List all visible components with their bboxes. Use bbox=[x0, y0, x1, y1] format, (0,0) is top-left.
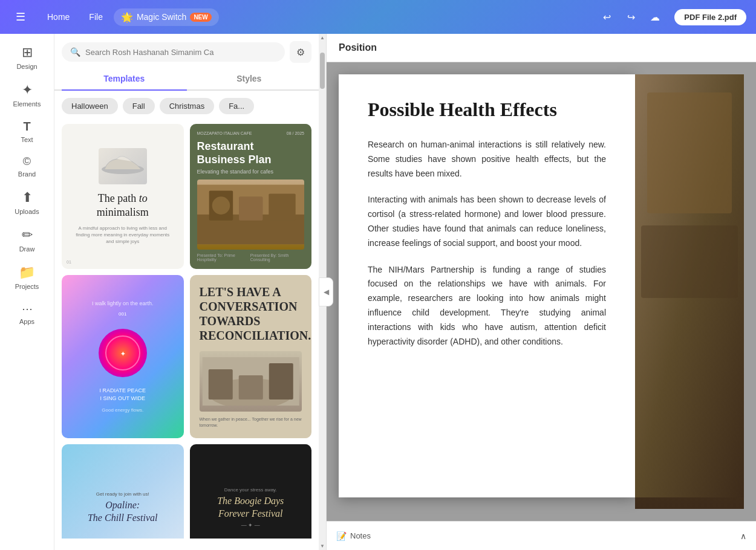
boogie-sub: — ✦ — bbox=[241, 522, 260, 528]
magic-switch-button[interactable]: 🌟 Magic Switch NEW bbox=[114, 8, 219, 26]
notes-button[interactable]: 📝 Notes bbox=[336, 531, 371, 541]
chip-fall[interactable]: Fall bbox=[123, 98, 155, 114]
file-nav[interactable]: File bbox=[80, 8, 111, 25]
svg-text:✦: ✦ bbox=[120, 351, 126, 357]
sidebar-item-uploads[interactable]: ⬆ Uploads bbox=[3, 184, 51, 221]
festival-pre: Get ready to join with us! bbox=[96, 491, 149, 497]
chip-more[interactable]: Fa... bbox=[219, 98, 254, 114]
template-card-minimalism[interactable]: The path tominimalism A mindful approach… bbox=[62, 124, 184, 269]
search-input[interactable] bbox=[85, 48, 276, 57]
collapse-panel-button[interactable]: ◀ bbox=[319, 277, 333, 306]
pdf-paragraph-2: Interacting with animals has been shown … bbox=[368, 193, 606, 250]
header-actions: ↩ ↪ ☁ PDF File 2.pdf bbox=[597, 7, 746, 27]
sidebar-label-brand: Brand bbox=[18, 170, 36, 178]
cloud-button[interactable]: ☁ bbox=[645, 7, 665, 27]
notes-label: Notes bbox=[350, 531, 371, 540]
svg-rect-13 bbox=[269, 363, 293, 400]
filter-button[interactable]: ⚙ bbox=[290, 41, 311, 63]
svg-rect-15 bbox=[647, 92, 732, 213]
text-icon: T bbox=[23, 120, 30, 134]
sidebar-label-projects: Projects bbox=[15, 283, 39, 290]
search-input-wrap[interactable]: 🔍 bbox=[62, 42, 285, 62]
template-card-gradient[interactable]: I walk lightly on the earth. 001 ✦ I RAD… bbox=[62, 275, 184, 438]
restaurant-photo bbox=[197, 180, 305, 250]
collapse-bottom-button[interactable]: ∧ bbox=[740, 531, 746, 541]
sidebar-label-uploads: Uploads bbox=[15, 208, 39, 215]
filter-icon: ⚙ bbox=[296, 47, 305, 58]
sidebar-item-draw[interactable]: ✏ Draw bbox=[3, 221, 51, 259]
scroll-up-button[interactable]: ▲ bbox=[320, 35, 325, 40]
undo-button[interactable]: ↩ bbox=[597, 7, 616, 27]
svg-rect-12 bbox=[238, 375, 262, 400]
sidebar-item-elements[interactable]: ✦ Elements bbox=[3, 76, 51, 114]
restaurant-footer-left: Presented To: Prime Hospitality bbox=[197, 253, 250, 262]
gradient-code: 001 bbox=[119, 311, 126, 317]
template-card-festival[interactable]: Get ready to join with us! Opaline:The C… bbox=[62, 444, 184, 539]
svg-rect-5 bbox=[269, 194, 295, 221]
bottom-bar: 📝 Notes ∧ bbox=[327, 521, 756, 550]
menu-icon: ☰ bbox=[16, 10, 25, 24]
pdf-heading: Possible Health Effects bbox=[368, 99, 606, 121]
svg-point-6 bbox=[212, 197, 230, 215]
tab-styles[interactable]: Styles bbox=[187, 68, 312, 89]
template-grid: The path tominimalism A mindful approach… bbox=[54, 119, 319, 539]
main-body: ⊞ Design ✦ Elements T Text © Brand ⬆ Upl… bbox=[0, 34, 756, 550]
design-icon: ⊞ bbox=[22, 45, 33, 60]
magic-switch-emoji: 🌟 bbox=[121, 11, 133, 23]
restaurant-subtitle: Elevating the standard for cafes bbox=[197, 169, 305, 175]
page-nav: ∧ bbox=[740, 531, 746, 541]
reconciliation-image bbox=[200, 351, 302, 412]
boogie-pre: Dance your stress away. bbox=[224, 487, 277, 493]
chip-christmas[interactable]: Christmas bbox=[160, 98, 215, 114]
sidebar-item-design[interactable]: ⊞ Design bbox=[3, 39, 51, 76]
reconciliation-footer: When we gather in peace... Together we r… bbox=[200, 416, 302, 429]
gradient-circle: ✦ bbox=[99, 329, 147, 377]
pdf-paragraph-3: The NIH/Mars Partnership is funding a ra… bbox=[368, 263, 606, 349]
tab-templates[interactable]: Templates bbox=[62, 68, 187, 91]
sidebar-item-apps[interactable]: ⋯ Apps bbox=[3, 296, 51, 331]
sidebar-item-text[interactable]: T Text bbox=[3, 114, 51, 149]
projects-icon: 📁 bbox=[19, 265, 35, 280]
pdf-right-image bbox=[635, 74, 744, 509]
pdf-content: Possible Health Effects Research on huma… bbox=[327, 62, 756, 521]
sidebar-label-draw: Draw bbox=[19, 245, 35, 253]
restaurant-footer: Presented To: Prime Hospitality Presente… bbox=[197, 253, 305, 262]
template-card-reconciliation[interactable]: LET'S HAVE A CONVERSATION TOWARDS RECONC… bbox=[190, 275, 312, 438]
boogie-title: The Boogie DaysForever Festival bbox=[217, 495, 284, 520]
menu-button[interactable]: ☰ bbox=[10, 6, 31, 28]
search-icon: 🔍 bbox=[70, 47, 80, 57]
position-header: Position bbox=[327, 34, 756, 62]
template-tabs: Templates Styles bbox=[54, 68, 319, 91]
uploads-icon: ⬆ bbox=[22, 190, 33, 205]
sidebar-item-projects[interactable]: 📁 Projects bbox=[3, 259, 51, 296]
svg-rect-16 bbox=[641, 225, 738, 298]
template-card-restaurant[interactable]: MOZZAPATO ITALIAN CAFE 08 / 2025 Restaur… bbox=[190, 124, 312, 269]
gradient-footer: Good energy flows. bbox=[102, 407, 143, 413]
filter-chips: Halloween Fall Christmas Fa... bbox=[54, 91, 319, 119]
sidebar-label-design: Design bbox=[16, 63, 37, 70]
position-label: Position bbox=[339, 42, 377, 53]
new-badge: NEW bbox=[190, 13, 211, 22]
pdf-page: Possible Health Effects Research on huma… bbox=[339, 74, 635, 497]
content-area: Position Possible Health Effects Researc… bbox=[327, 34, 756, 550]
restaurant-photo-inner bbox=[197, 180, 305, 250]
sidebar: ⊞ Design ✦ Elements T Text © Brand ⬆ Upl… bbox=[0, 34, 54, 550]
sidebar-label-apps: Apps bbox=[19, 318, 34, 325]
sidebar-label-text: Text bbox=[21, 136, 33, 143]
export-button[interactable]: PDF File 2.pdf bbox=[674, 9, 746, 25]
sidebar-item-brand[interactable]: © Brand bbox=[3, 149, 51, 184]
template-card-boogie[interactable]: Dance your stress away. The Boogie DaysF… bbox=[190, 444, 312, 539]
restaurant-date: 08 / 2025 bbox=[287, 131, 304, 135]
home-nav[interactable]: Home bbox=[39, 8, 78, 25]
restaurant-footer-right: Presented By: Smith Consulting bbox=[250, 253, 304, 262]
apps-icon: ⋯ bbox=[22, 302, 33, 315]
pdf-paragraph-1: Research on human-animal interactions is… bbox=[368, 138, 606, 181]
search-bar: 🔍 ⚙ bbox=[54, 34, 319, 68]
chip-halloween[interactable]: Halloween bbox=[62, 98, 118, 114]
minimalism-page-num: 01 bbox=[67, 260, 71, 264]
minimalism-body: A mindful approach to living with less a… bbox=[71, 225, 174, 245]
brand-icon: © bbox=[23, 155, 31, 168]
header: ☰ Home File 🌟 Magic Switch NEW ↩ ↪ ☁ PDF… bbox=[0, 0, 756, 34]
redo-button[interactable]: ↪ bbox=[621, 7, 640, 27]
scroll-down-button[interactable]: ▼ bbox=[320, 543, 325, 549]
